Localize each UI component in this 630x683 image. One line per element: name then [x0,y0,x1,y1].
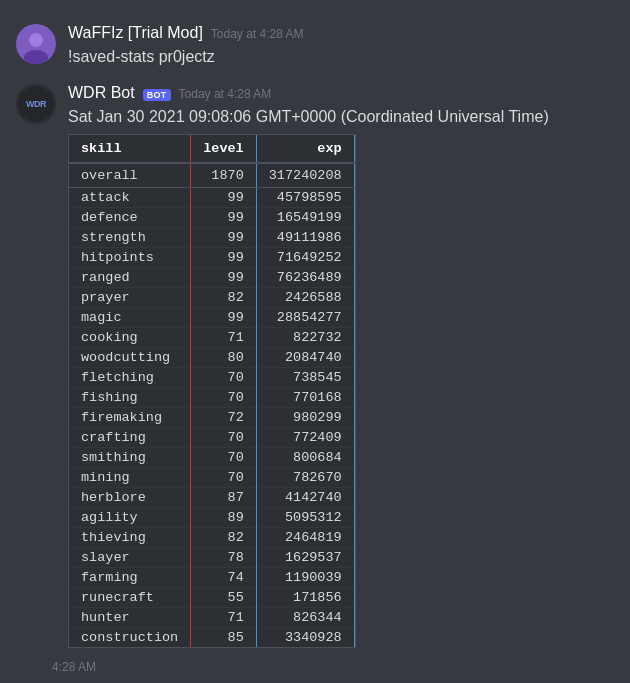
cell-skill: runecraft [69,588,191,608]
table-row: slayer781629537 [69,548,354,568]
cell-skill: hitpoints [69,248,191,268]
col-header-level: level [191,135,257,163]
cell-exp: 49111986 [256,228,354,248]
message-header-wdrbot: WDR Bot BOT Today at 4:28 AM [68,84,614,102]
stats-table: skill level exp overall1870317240208atta… [69,135,355,647]
cell-level: 71 [191,608,257,628]
table-row: construction853340928 [69,628,354,648]
cell-skill: magic [69,308,191,328]
table-row: defence9916549199 [69,208,354,228]
cell-exp: 45798595 [256,188,354,208]
cell-exp: 317240208 [256,163,354,188]
cell-skill: smithing [69,448,191,468]
cell-level: 82 [191,528,257,548]
cell-exp: 1629537 [256,548,354,568]
table-row: runecraft55171856 [69,588,354,608]
cell-exp: 1190039 [256,568,354,588]
cell-skill: fletching [69,368,191,388]
table-row: smithing70800684 [69,448,354,468]
cell-level: 70 [191,428,257,448]
avatar-wafflez [16,24,56,64]
cell-level: 72 [191,408,257,428]
cell-exp: 800684 [256,448,354,468]
cell-exp: 782670 [256,468,354,488]
table-row: hitpoints9971649252 [69,248,354,268]
table-row: ranged9976236489 [69,268,354,288]
table-row: crafting70772409 [69,428,354,448]
message-header-wafflez: WaFFIz [Trial Mod] Today at 4:28 AM [68,24,614,42]
username-wdrbot: WDR Bot [68,84,135,102]
cell-exp: 2426588 [256,288,354,308]
message-wafflez: WaFFIz [Trial Mod] Today at 4:28 AM !sav… [0,16,630,76]
cell-level: 70 [191,468,257,488]
cell-skill: prayer [69,288,191,308]
cell-skill: attack [69,188,191,208]
table-row: cooking71822732 [69,328,354,348]
message-text-wdrbot: Sat Jan 30 2021 09:08:06 GMT+0000 (Coord… [68,106,614,128]
cell-level: 70 [191,448,257,468]
cell-skill: firemaking [69,408,191,428]
username-wafflez: WaFFIz [Trial Mod] [68,24,203,42]
table-row: mining70782670 [69,468,354,488]
cell-level: 74 [191,568,257,588]
table-row: prayer822426588 [69,288,354,308]
cell-level: 99 [191,208,257,228]
cell-exp: 770168 [256,388,354,408]
cell-level: 70 [191,368,257,388]
table-row: fletching70738545 [69,368,354,388]
cell-level: 80 [191,348,257,368]
cell-exp: 5095312 [256,508,354,528]
cell-level: 78 [191,548,257,568]
cell-level: 82 [191,288,257,308]
cell-skill: crafting [69,428,191,448]
message-content-wdrbot: WDR Bot BOT Today at 4:28 AM Sat Jan 30 … [68,84,614,652]
col-header-skill: skill [69,135,191,163]
cell-level: 99 [191,268,257,288]
cell-skill: ranged [69,268,191,288]
table-row: farming741190039 [69,568,354,588]
timestamp-wdrbot: Today at 4:28 AM [179,87,272,101]
table-row: herblore874142740 [69,488,354,508]
table-row: fishing70770168 [69,388,354,408]
cell-level: 85 [191,628,257,648]
cell-exp: 2464819 [256,528,354,548]
cell-exp: 76236489 [256,268,354,288]
cell-skill: cooking [69,328,191,348]
svg-point-1 [29,33,43,47]
cell-level: 55 [191,588,257,608]
cell-skill: hunter [69,608,191,628]
table-row: magic9928854277 [69,308,354,328]
cell-exp: 71649252 [256,248,354,268]
table-row: attack9945798595 [69,188,354,208]
cell-exp: 2084740 [256,348,354,368]
avatar-wdrbot: WDR [16,84,56,124]
timestamp-wafflez: Today at 4:28 AM [211,27,304,41]
message-text-wafflez: !saved-stats pr0jectz [68,46,614,68]
cell-skill: agility [69,508,191,528]
cell-skill: woodcutting [69,348,191,368]
table-row: overall1870317240208 [69,163,354,188]
bot-badge: BOT [143,89,171,101]
table-row: agility895095312 [69,508,354,528]
cell-exp: 772409 [256,428,354,448]
cell-exp: 171856 [256,588,354,608]
cell-exp: 3340928 [256,628,354,648]
cell-exp: 738545 [256,368,354,388]
cell-exp: 826344 [256,608,354,628]
cell-skill: slayer [69,548,191,568]
cell-level: 87 [191,488,257,508]
cell-exp: 28854277 [256,308,354,328]
cell-level: 99 [191,188,257,208]
table-row: thieving822464819 [69,528,354,548]
cell-skill: overall [69,163,191,188]
cell-level: 99 [191,248,257,268]
cell-skill: construction [69,628,191,648]
cell-skill: mining [69,468,191,488]
cell-level: 1870 [191,163,257,188]
table-header-row: skill level exp [69,135,354,163]
cell-exp: 980299 [256,408,354,428]
cell-exp: 4142740 [256,488,354,508]
cell-skill: herblore [69,488,191,508]
cell-skill: strength [69,228,191,248]
cell-exp: 16549199 [256,208,354,228]
